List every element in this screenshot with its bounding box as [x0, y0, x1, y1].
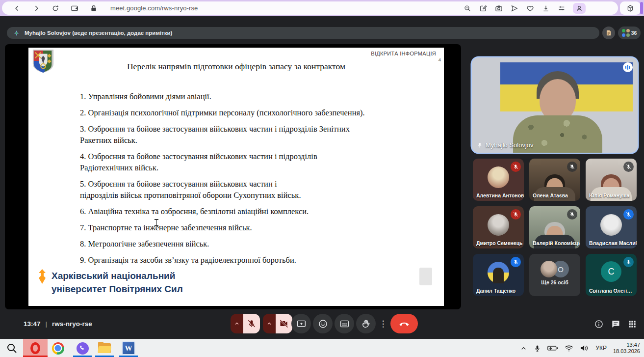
- more-participants-label: Ще 26 осіб: [529, 279, 580, 285]
- university-name-line2: університет Повітряних Сил: [52, 282, 183, 296]
- system-tray: УКР 13:47 18.03.2026: [520, 339, 640, 357]
- pinned-speaker-tile[interactable]: Myhajlo Solovjov: [472, 57, 638, 153]
- slide: ВІДКРИТА ІНФОРМАЦІЯ 4 Перелік напрямів п…: [28, 48, 444, 306]
- lock-icon[interactable]: [89, 4, 98, 12]
- snapshot-camera-icon[interactable]: [494, 4, 503, 13]
- settings-sliders-icon[interactable]: [557, 4, 566, 13]
- mic-muted-icon: [623, 162, 634, 172]
- participant-name: Юлія Романуша: [589, 192, 629, 198]
- pinned-speaker-name: Myhajlo Solovjov: [486, 141, 534, 149]
- university-falcon-icon: [37, 269, 48, 284]
- browser-toolbar: meet.google.com/rws-nryo-rse: [0, 0, 644, 16]
- end-call-button[interactable]: [390, 314, 418, 333]
- browser-scrollbar[interactable]: [640, 2, 643, 14]
- more-participants-tile[interactable]: O Ще 26 осіб: [529, 254, 580, 296]
- mic-off-button[interactable]: [243, 314, 260, 333]
- slide-list: 1. Управління бойовими діями авіації. 2.…: [80, 91, 418, 271]
- mic-muted-icon: [623, 257, 634, 267]
- meeting-info: 13:47 | rws-nryo-rse: [24, 320, 92, 328]
- omnibox[interactable]: meet.google.com/rws-nryo-rse: [2, 1, 618, 15]
- heart-icon[interactable]: [526, 4, 535, 13]
- avatar: [541, 261, 557, 277]
- participant-tile[interactable]: C Світлана Олегівна З…: [586, 254, 637, 296]
- activities-grid-icon[interactable]: [627, 319, 637, 329]
- mic-muted-icon: [511, 257, 521, 267]
- participant-name: Владислав Маслий: [589, 240, 637, 246]
- slide-title: Перелік напрямів підготовки офіцерів зап…: [28, 61, 444, 72]
- participant-tile[interactable]: Владислав Маслий: [586, 206, 637, 248]
- participants-count-button[interactable]: 36: [618, 27, 641, 39]
- participant-tile[interactable]: Дмитро Семенець: [473, 206, 524, 248]
- participant-tile[interactable]: Валерій Коломієць: [529, 206, 580, 248]
- slide-list-item: 6. Авіаційна техніка та озброєння, безпі…: [80, 206, 418, 217]
- mic-muted-icon: [567, 162, 577, 172]
- participant-name: Світлана Олегівна З…: [589, 288, 635, 294]
- edit-icon[interactable]: [479, 4, 488, 13]
- meeting-code: rws-nryo-rse: [52, 320, 92, 328]
- slide-list-item: 3. Озброєння та бойове застосування війс…: [80, 123, 418, 146]
- reload-icon[interactable]: [51, 4, 59, 12]
- more-options-button[interactable]: ⋮: [377, 314, 389, 333]
- info-button[interactable]: [593, 319, 604, 329]
- meeting-panels: [593, 319, 637, 329]
- chat-button[interactable]: [610, 319, 620, 329]
- slide-list-item: 9. Організація та засоби зв’язку та раді…: [80, 254, 418, 266]
- tray-microphone-icon[interactable]: [534, 344, 541, 353]
- presentation-stage[interactable]: ВІДКРИТА ІНФОРМАЦІЯ 4 Перелік напрямів п…: [5, 44, 461, 309]
- participant-name: Данил Тащенко: [476, 288, 515, 294]
- participant-tile[interactable]: Юлія Романуша: [586, 159, 637, 201]
- slide-list-item: 7. Транспортне та інженерне забезпечення…: [80, 222, 418, 233]
- gemini-sparkle-icon: [13, 30, 20, 36]
- participant-tile[interactable]: Алевтина Антонова: [473, 159, 524, 201]
- download-icon[interactable]: [541, 4, 550, 13]
- back-icon[interactable]: [13, 4, 21, 12]
- profile-icon[interactable]: [573, 3, 586, 14]
- send-icon[interactable]: [510, 4, 519, 13]
- slide-list-item: 4. Озброєння та бойове застосування війс…: [80, 151, 418, 173]
- slide-list-item: 5. Озброєння та бойове застосування війс…: [80, 178, 418, 201]
- tray-language-indicator[interactable]: УКР: [595, 345, 607, 352]
- mic-options-chevron[interactable]: [231, 314, 243, 333]
- gemini-notes-banner: Myhajlo Solovjov (веде презентацію, дода…: [7, 27, 599, 39]
- university-logo: Харківський національний університет Пов…: [37, 269, 183, 296]
- tray-volume-icon[interactable]: [580, 344, 589, 352]
- captions-button[interactable]: [335, 314, 354, 333]
- slide-scroll-thumb: [419, 268, 432, 285]
- reactions-button[interactable]: [313, 314, 333, 333]
- screen: meet.google.com/rws-nryo-rse Myhajlo Sol…: [0, 0, 644, 357]
- camera-options-chevron[interactable]: [263, 314, 276, 333]
- tray-chevron-icon[interactable]: [520, 345, 527, 352]
- participant-name: Валерій Коломієць: [533, 240, 580, 246]
- mic-muted-icon: [623, 209, 634, 220]
- notes-banner-text: Myhajlo Solovjov (веде презентацію, дода…: [25, 30, 172, 36]
- meeting-notes-button[interactable]: [602, 27, 615, 39]
- camera-off-button[interactable]: [276, 314, 292, 333]
- tray-time: 13:47: [613, 342, 640, 348]
- raise-hand-button[interactable]: [356, 314, 376, 333]
- taskbar-search-icon[interactable]: [1, 339, 23, 357]
- classification-label: ВІДКРИТА ІНФОРМАЦІЯ: [371, 51, 436, 56]
- tray-wifi-icon[interactable]: [565, 345, 573, 352]
- present-screen-button[interactable]: [291, 314, 311, 333]
- tray-clock[interactable]: 13:47 18.03.2026: [613, 342, 640, 355]
- taskbar-opera-icon[interactable]: [23, 339, 48, 357]
- mic-muted-icon: [567, 209, 577, 220]
- avatar: [488, 214, 509, 236]
- participant-tile[interactable]: Данил Тащенко: [473, 254, 524, 296]
- taskbar-explorer-icon[interactable]: [94, 339, 115, 357]
- participant-name: Олена Атаєва: [533, 192, 568, 198]
- participant-count: 36: [631, 30, 637, 36]
- taskbar-viber-icon[interactable]: [72, 339, 93, 357]
- participant-tile[interactable]: Олена Атаєва: [529, 159, 580, 201]
- tray-battery-icon[interactable]: [547, 345, 558, 352]
- taskbar-chrome-icon[interactable]: [47, 339, 69, 357]
- url-field[interactable]: meet.google.com/rws-nryo-rse: [110, 4, 198, 12]
- taskbar-word-icon[interactable]: W: [118, 339, 139, 357]
- media-tab-icon[interactable]: [70, 4, 78, 12]
- forward-icon[interactable]: [32, 4, 40, 12]
- text-cursor: [155, 219, 158, 226]
- zoom-icon[interactable]: [463, 4, 472, 13]
- meeting-time: 13:47: [24, 320, 41, 328]
- extensions-cube-icon[interactable]: [620, 1, 641, 15]
- slide-list-item: 8. Метрологічне забезпечення військ.: [80, 238, 418, 249]
